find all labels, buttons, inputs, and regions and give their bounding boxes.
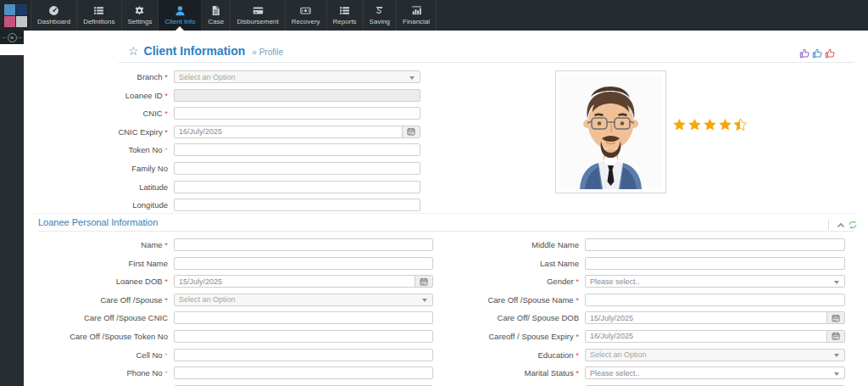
list-icon bbox=[93, 5, 104, 16]
nav-item-settings[interactable]: Settings bbox=[122, 0, 159, 31]
calendar-button[interactable] bbox=[402, 126, 420, 137]
care-off-spouse-token-input[interactable] bbox=[174, 330, 433, 343]
cnic-input[interactable] bbox=[174, 107, 420, 120]
cnic-expiry-value: 16/July/2025 bbox=[179, 127, 222, 136]
nav-item-label: Recovery bbox=[292, 18, 320, 25]
section-header-separator bbox=[828, 220, 829, 230]
logo-square bbox=[4, 4, 15, 15]
gender-label: Gender * bbox=[458, 275, 585, 288]
field-row-gender: Gender *Please select.. bbox=[458, 275, 852, 288]
sidebar-expand-button[interactable]: » bbox=[8, 33, 17, 42]
nav-item-dashboard[interactable]: Dashboard bbox=[31, 0, 77, 31]
calendar-button[interactable] bbox=[826, 331, 844, 342]
thumb-up-red-icon[interactable] bbox=[825, 48, 836, 59]
section-underline bbox=[38, 231, 854, 232]
field-row-education: Education *Select an Option bbox=[458, 349, 852, 361]
section-collapse-button[interactable] bbox=[836, 221, 846, 231]
care-off-spouse-select[interactable]: Select an Option bbox=[174, 294, 433, 306]
token-no-input[interactable] bbox=[174, 143, 420, 156]
care-off-spouse-name-input[interactable] bbox=[585, 294, 845, 306]
care-off-spouse-dob-value: 15/July/2025 bbox=[590, 314, 633, 322]
required-asterisk: * bbox=[163, 368, 168, 378]
nav-item-disbursement[interactable]: Disbursement bbox=[231, 0, 285, 31]
client-id-form: Branch *Select an OptionLoanee ID *CNIC … bbox=[34, 70, 426, 217]
marital-status-select[interactable]: Please select.. bbox=[585, 366, 845, 379]
collapsed-sidebar bbox=[0, 55, 24, 386]
first-name-input[interactable] bbox=[174, 257, 433, 270]
family-no-label: Family No bbox=[34, 162, 174, 175]
field-row-phone-no: Phone No * bbox=[34, 366, 439, 379]
field-label-text: Family No bbox=[131, 164, 168, 173]
nav-item-financial[interactable]: Financial bbox=[397, 0, 437, 31]
care-off-spouse-cnic-input[interactable] bbox=[174, 311, 433, 324]
field-row-name: Name * bbox=[34, 238, 439, 251]
name-input[interactable] bbox=[174, 238, 433, 251]
branch-select[interactable]: Select an Option bbox=[174, 70, 420, 83]
nav-item-recovery[interactable]: Recovery bbox=[286, 0, 327, 31]
education-label: Education * bbox=[458, 349, 585, 361]
favorite-star-icon[interactable]: ☆ bbox=[128, 44, 139, 58]
nav-item-client-info[interactable]: Client Info bbox=[159, 0, 202, 31]
rows-icon bbox=[339, 5, 350, 16]
cell-no-label: Cell No * bbox=[34, 349, 174, 361]
nav-item-saving[interactable]: Saving bbox=[364, 0, 397, 31]
nav-item-case[interactable]: Case bbox=[202, 0, 231, 31]
middle-name-input[interactable] bbox=[585, 238, 845, 251]
longitude-input[interactable] bbox=[174, 199, 420, 211]
nav-item-label: Disbursement bbox=[236, 18, 278, 25]
banknote-icon bbox=[300, 5, 311, 16]
cnic-expiry-date-input[interactable]: 16/July/2025 bbox=[174, 126, 420, 138]
careoff-spouse-expiry-date-input[interactable]: 16/July/2025 bbox=[585, 330, 845, 343]
nav-item-label: Definitions bbox=[83, 18, 114, 25]
field-label-text: Latitude bbox=[139, 182, 168, 192]
dollar-icon bbox=[374, 5, 385, 16]
last-name-input[interactable] bbox=[585, 257, 845, 270]
required-asterisk: * bbox=[163, 72, 168, 81]
field-row-family-no: Family No bbox=[34, 162, 426, 175]
cell-no-input[interactable] bbox=[174, 349, 433, 361]
logo-square bbox=[4, 16, 15, 27]
required-asterisk: * bbox=[574, 350, 579, 360]
calendar-button[interactable] bbox=[415, 276, 432, 287]
field-label-text: Care Off /Spouse bbox=[100, 295, 162, 305]
field-row-care-off-spouse-name: Care Off /Spouse Name * bbox=[458, 294, 852, 306]
field-row-first-name: First Name bbox=[34, 257, 439, 270]
thumb-up-blue-icon[interactable] bbox=[812, 48, 823, 59]
section-refresh-button[interactable] bbox=[848, 220, 858, 230]
nav-item-reports[interactable]: Reports bbox=[327, 0, 364, 31]
personal-form-left: Name *First NameLoanee DOB *15/July/2025… bbox=[34, 238, 439, 386]
care-off-spouse-cnic-label: Care Off /Spouse CNIC bbox=[34, 311, 174, 324]
education-select[interactable]: Select an Option bbox=[585, 349, 845, 361]
gender-select[interactable]: Please select.. bbox=[585, 275, 845, 288]
required-asterisk: * bbox=[163, 350, 168, 360]
gear-icon bbox=[134, 5, 145, 16]
latitude-input[interactable] bbox=[174, 181, 420, 193]
first-name-label: First Name bbox=[34, 257, 174, 270]
app-logo[interactable] bbox=[0, 0, 31, 31]
family-no-input[interactable] bbox=[174, 162, 420, 175]
field-label-text: Phone No bbox=[126, 368, 162, 378]
client-photo[interactable] bbox=[555, 70, 666, 193]
field-label-text: Gender bbox=[547, 277, 574, 286]
care-off-spouse-dob-date-input[interactable]: 15/July/2025 bbox=[585, 311, 845, 324]
care-off-spouse-label: Care Off /Spouse * bbox=[34, 294, 174, 306]
loanee-id-input[interactable] bbox=[174, 89, 420, 102]
phone-no-input[interactable] bbox=[174, 366, 433, 379]
field-label-text: Name bbox=[141, 240, 162, 249]
calendar-button[interactable] bbox=[826, 312, 844, 323]
chart-icon bbox=[411, 5, 422, 16]
nav-item-definitions[interactable]: Definitions bbox=[77, 0, 121, 31]
refresh-icon bbox=[848, 220, 858, 230]
sidebar-collapse-tab: » bbox=[0, 31, 24, 44]
required-asterisk: * bbox=[574, 295, 579, 305]
field-row-latitude: Latitude bbox=[34, 181, 426, 193]
thumbs-row bbox=[799, 48, 836, 59]
rating-stars[interactable] bbox=[672, 118, 748, 131]
section-title: Loanee Personal Information bbox=[38, 217, 158, 227]
loanee-dob-date-input[interactable]: 15/July/2025 bbox=[174, 275, 433, 288]
thumb-up-purple-icon[interactable] bbox=[799, 48, 810, 59]
field-label-text: CNIC bbox=[142, 109, 162, 118]
field-label-text: Branch bbox=[137, 72, 163, 81]
field-row-care-off-spouse-cnic: Care Off /Spouse CNIC bbox=[34, 311, 439, 324]
star-full-icon bbox=[718, 118, 732, 131]
